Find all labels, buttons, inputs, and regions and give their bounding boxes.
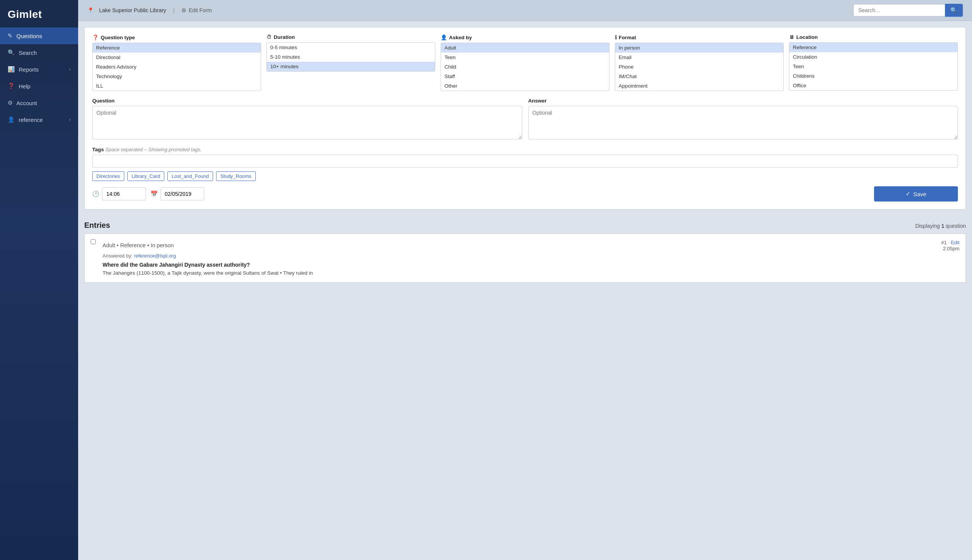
entry-answered-by: Answered by: reference@lspl.org [102,253,959,259]
save-button[interactable]: ✓ Save [874,186,958,202]
qa-row: Question Answer [92,98,958,140]
entry-right: #1 · Edit 2:05pm [941,239,959,252]
qt-directional[interactable]: Directional [93,53,261,62]
question-type-label: ❓ Question type [92,34,261,40]
time-input[interactable] [102,187,146,200]
date-input[interactable] [160,187,204,200]
sidebar-item-reference-label: reference [19,117,43,123]
tag-library-card[interactable]: Library_Card [127,172,164,181]
clock-icon: 🕐 [92,190,100,197]
questions-icon: ✎ [8,32,13,39]
dur-10plus[interactable]: 10+ minutes [267,62,435,71]
location-icon: 🖥 [789,34,794,40]
entry-edit-link[interactable]: Edit [951,240,959,245]
answer-textarea[interactable] [528,106,958,140]
edit-form-label: Edit Form [189,7,212,13]
entry-sep1: • [117,242,120,248]
sidebar-item-questions-label: Questions [17,33,42,39]
sidebar-item-questions[interactable]: ✎ Questions [0,27,78,44]
sidebar-item-reports[interactable]: 📊 Reports › [0,61,78,78]
fmt-in-person[interactable]: In person [615,43,783,53]
chevron-right-icon-2: › [69,117,70,122]
time-field: 🕐 [92,187,146,200]
entry-question: Where did the Gabare Jahangiri Dynasty a… [102,262,959,268]
tags-section: Tags Space separated – Showing promoted … [92,147,958,181]
sidebar-item-help[interactable]: ❓ Help [0,78,78,95]
tag-directories[interactable]: Directories [92,172,124,181]
qt-technology[interactable]: Technology [93,72,261,81]
format-list: In person Email Phone IM/Chat Appointmen… [615,43,784,91]
sidebar-item-reference[interactable]: 👤 reference › [0,111,78,128]
question-col: Question [92,98,522,140]
edit-form-link[interactable]: ⚙ Edit Form [182,7,212,13]
dur-5-10[interactable]: 5-10 minutes [267,52,435,62]
location-label: 🖥 Location [789,34,958,40]
sidebar-item-account[interactable]: ⚙ Account [0,95,78,111]
ab-teen[interactable]: Teen [441,53,609,62]
entry-email-link[interactable]: reference@lspl.org [134,253,176,259]
user-icon: 👤 [8,116,15,123]
tag-study-rooms[interactable]: Study_Rooms [216,172,256,181]
ab-child[interactable]: Child [441,62,609,72]
ab-staff[interactable]: Staff [441,72,609,81]
location-col: 🖥 Location Reference Circulation Teen Ch… [789,34,958,91]
save-label: Save [913,191,926,197]
calendar-icon: 📅 [150,190,158,197]
duration-col: ⏱ Duration 0-5 minutes 5-10 minutes 10+ … [266,34,435,91]
search-button[interactable]: 🔍 [945,4,963,17]
loc-reference[interactable]: Reference [790,43,957,52]
question-textarea[interactable] [92,106,522,140]
asked-by-list: Adult Teen Child Staff Other [441,43,610,91]
entry-sep2: • [147,242,150,248]
duration-list: 0-5 minutes 5-10 minutes 10+ minutes [266,42,435,72]
search-icon: 🔍 [8,49,15,56]
format-col: ℹ Format In person Email Phone IM/Chat A… [615,34,784,91]
sidebar-item-account-label: Account [17,100,37,106]
entry-answer: The Jahangirs (1100-1500), a Tajik dynas… [102,269,959,277]
loc-teen[interactable]: Teen [790,62,957,71]
question-type-icon: ❓ [92,34,99,40]
entry-top-row: Adult • Reference • In person #1 · Edit [102,239,959,252]
entry-type: Reference [120,242,145,248]
settings-icon: ⚙ [182,7,186,13]
duration-icon: ⏱ [266,34,272,40]
loc-circulation[interactable]: Circulation [790,52,957,62]
sidebar-item-search[interactable]: 🔍 Search [0,44,78,61]
search-input[interactable] [853,4,945,17]
question-type-list: Reference Directional Readers Advisory T… [92,43,261,91]
question-type-col: ❓ Question type Reference Directional Re… [92,34,261,91]
entries-count-label: question [946,223,966,229]
tag-lost-and-found[interactable]: Lost_and_Found [167,172,213,181]
qt-reference[interactable]: Reference [93,43,261,53]
app-logo: Gimlet [0,0,78,27]
asked-by-label: 👤 Asked by [441,34,610,40]
sidebar-item-reports-label: Reports [19,66,39,73]
loc-childrens[interactable]: Childrens [790,71,957,81]
topbar-search-wrap: 🔍 [853,4,963,17]
qt-readers-advisory[interactable]: Readers Advisory [93,62,261,72]
entry-checkbox[interactable] [91,239,96,244]
fmt-appointment[interactable]: Appointment [615,81,783,91]
asked-by-col: 👤 Asked by Adult Teen Child Staff Other [441,34,610,91]
fmt-email[interactable]: Email [615,53,783,62]
ab-adult[interactable]: Adult [441,43,609,53]
ab-other[interactable]: Other [441,81,609,91]
entries-display-count: Displaying 1 question [915,223,966,229]
entries-area: Entries Displaying 1 question Adult • Re… [78,216,972,289]
entry-card: Adult • Reference • In person #1 · Edit [84,233,966,283]
entry-row-top: Adult • Reference • In person #1 · Edit [91,239,959,277]
qt-ill[interactable]: ILL [93,81,261,91]
fmt-phone[interactable]: Phone [615,62,783,72]
tags-input[interactable] [92,155,958,168]
entry-format: In person [150,242,174,248]
checkmark-icon: ✓ [906,190,911,197]
sidebar-item-help-label: Help [19,83,30,90]
reports-icon: 📊 [8,66,15,73]
topbar-divider: | [173,7,175,14]
bottom-row: 🕐 📅 ✓ Save [92,186,958,202]
loc-office[interactable]: Office [790,81,957,90]
answer-label: Answer [528,98,958,103]
help-icon: ❓ [8,83,15,90]
fmt-im-chat[interactable]: IM/Chat [615,72,783,81]
dur-0-5[interactable]: 0-5 minutes [267,43,435,52]
